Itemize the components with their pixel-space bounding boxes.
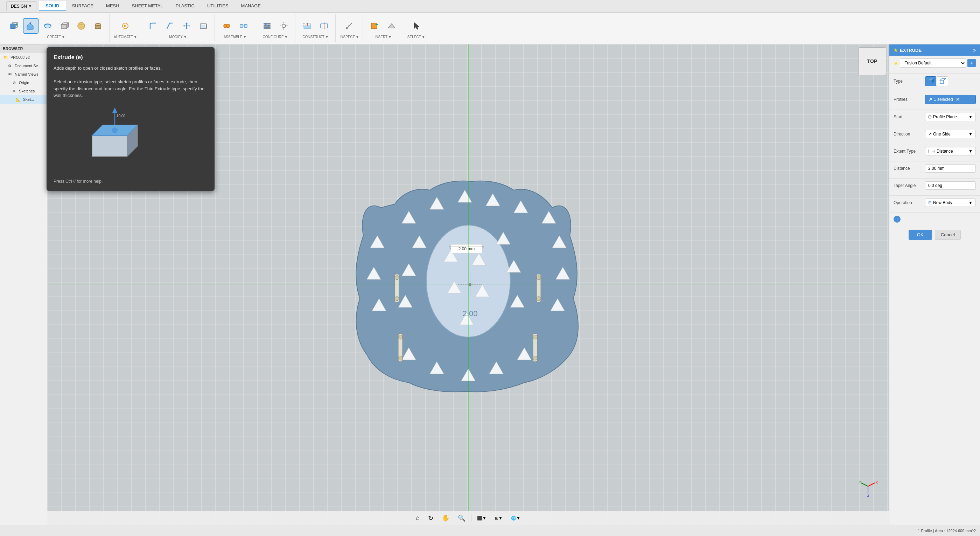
tab-manage[interactable]: MANAGE bbox=[235, 1, 267, 11]
taper-section: Taper Angle bbox=[889, 178, 980, 196]
top-view-indicator[interactable]: TOP bbox=[858, 47, 886, 75]
select-text: SELECT bbox=[407, 35, 421, 39]
tab-mesh[interactable]: MESH bbox=[100, 1, 126, 11]
tab-solid[interactable]: SOLID bbox=[39, 1, 66, 11]
automate-arrow: ▼ bbox=[134, 35, 137, 39]
insert-label[interactable]: INSERT ▼ bbox=[375, 35, 391, 39]
select-button[interactable] bbox=[409, 18, 424, 33]
add-preset-button[interactable]: + bbox=[967, 59, 976, 67]
modify-label[interactable]: MODIFY ▼ bbox=[169, 35, 187, 39]
direction-dropdown-icon: ▼ bbox=[969, 132, 973, 137]
operation-section: Operation ⊞ New Body ▼ bbox=[889, 196, 980, 213]
ok-button[interactable]: OK bbox=[908, 230, 932, 240]
tab-surface[interactable]: SURFACE bbox=[66, 1, 100, 11]
tab-sheet-metal[interactable]: SHEET METAL bbox=[126, 1, 169, 11]
cancel-button[interactable]: Cancel bbox=[935, 230, 961, 240]
inspect-label[interactable]: INSPECT ▼ bbox=[340, 35, 359, 39]
taper-input[interactable] bbox=[928, 183, 973, 188]
move-button[interactable] bbox=[179, 18, 194, 33]
panel-collapse-icon[interactable]: » bbox=[973, 47, 976, 53]
cylinder-button[interactable] bbox=[90, 18, 106, 33]
zoom-button[interactable]: 🔍 bbox=[455, 513, 468, 523]
display-settings-button[interactable]: ⬛▼ bbox=[474, 514, 489, 522]
sidebar-item-projjj[interactable]: 📁 PROJJJ v2 bbox=[0, 53, 47, 62]
configure-label[interactable]: CONFIGURE ▼ bbox=[263, 35, 288, 39]
parameters-button[interactable] bbox=[259, 18, 275, 33]
clear-profiles-button[interactable]: ✕ bbox=[955, 97, 961, 102]
automate-label[interactable]: AUTOMATE ▼ bbox=[114, 35, 137, 39]
sidebar-item-sketches[interactable]: ✏ Sketches bbox=[0, 87, 47, 95]
new-component-button[interactable] bbox=[6, 18, 22, 33]
create-text: CREATE bbox=[47, 35, 61, 39]
start-section: Start ⊟ Profile Plane ▼ bbox=[889, 110, 980, 127]
create-label[interactable]: CREATE ▼ bbox=[47, 35, 65, 39]
tool-group-configure: CONFIGURE ▼ bbox=[256, 14, 295, 42]
insert-svg-button[interactable] bbox=[367, 18, 383, 33]
select-label[interactable]: SELECT ▼ bbox=[407, 35, 425, 39]
gear-icon: ⚙ bbox=[7, 63, 13, 68]
folder-icon: 📁 bbox=[3, 55, 8, 60]
rigid-group-button[interactable] bbox=[236, 18, 251, 33]
assemble-label[interactable]: ASSEMBLE ▼ bbox=[224, 35, 247, 39]
joint-button[interactable] bbox=[219, 18, 234, 33]
svg-text:Z: Z bbox=[867, 494, 869, 497]
construct-label[interactable]: CONSTRUCT ▼ bbox=[302, 35, 329, 39]
panel-star-icon: ★ bbox=[894, 48, 898, 53]
grid-settings-button[interactable]: ⊞▼ bbox=[492, 514, 505, 522]
profiles-value[interactable]: ↗ 1 selected ✕ bbox=[925, 95, 976, 104]
toolbar: DESIGN ▼ SOLID SURFACE MESH SHEET METAL … bbox=[0, 0, 980, 45]
measure-button[interactable] bbox=[342, 18, 357, 33]
extent-type-icon: ⊢⊣ bbox=[928, 149, 935, 154]
browser-title: BROWSER bbox=[0, 45, 47, 53]
type-surface-button[interactable] bbox=[937, 76, 948, 86]
configure-arrow: ▼ bbox=[285, 35, 288, 39]
preset-star-icon: ★ bbox=[894, 60, 899, 67]
environment-button[interactable]: 🌐▼ bbox=[508, 514, 523, 522]
tab-utilities[interactable]: UTILITIES bbox=[201, 1, 235, 11]
box-button[interactable] bbox=[57, 18, 72, 33]
sidebar-item-label: Named Views bbox=[15, 72, 38, 76]
fillet-button[interactable] bbox=[145, 18, 161, 33]
distance-label: Distance bbox=[894, 166, 925, 171]
start-value[interactable]: ⊟ Profile Plane ▼ bbox=[925, 113, 976, 121]
extent-type-value[interactable]: ⊢⊣ Distance ▼ bbox=[925, 147, 976, 156]
tooltip-title: Extrude (e) bbox=[54, 54, 208, 60]
midplane-button[interactable] bbox=[317, 18, 332, 33]
pan-button[interactable]: ✋ bbox=[439, 513, 452, 523]
tab-plastic[interactable]: PLASTIC bbox=[169, 1, 201, 11]
cylinder-icon bbox=[93, 21, 103, 31]
operation-value[interactable]: ⊞ New Body ▼ bbox=[925, 199, 976, 207]
sidebar-item-origin[interactable]: ⊕ Origin bbox=[0, 78, 47, 87]
distance-input[interactable] bbox=[928, 166, 973, 171]
automate-button[interactable] bbox=[118, 18, 133, 33]
tooltip-hint: Press Ctrl+/ for more help. bbox=[54, 179, 208, 184]
extrude-button[interactable] bbox=[23, 18, 38, 33]
revolve-button[interactable] bbox=[40, 18, 55, 33]
sphere-button[interactable] bbox=[73, 18, 89, 33]
preset-dropdown[interactable]: Fusion Default bbox=[900, 59, 966, 68]
shell-button[interactable] bbox=[196, 18, 211, 33]
insert-mesh-button[interactable] bbox=[384, 18, 399, 33]
chamfer-icon bbox=[165, 21, 175, 31]
profiles-selected-text: 1 selected bbox=[934, 97, 953, 102]
distance-value[interactable] bbox=[925, 164, 976, 173]
offset-plane-button[interactable] bbox=[300, 18, 315, 33]
sidebar-item-named-views[interactable]: 👁 Named Views bbox=[0, 70, 47, 78]
design-dropdown[interactable]: DESIGN ▼ bbox=[6, 2, 37, 11]
direction-value[interactable]: ↗ One Side ▼ bbox=[925, 130, 976, 138]
svg-point-110 bbox=[112, 127, 118, 133]
config-button[interactable] bbox=[276, 18, 291, 33]
shell-icon bbox=[199, 21, 208, 31]
taper-value[interactable] bbox=[925, 181, 976, 190]
info-icon[interactable]: i bbox=[894, 216, 900, 223]
tooltip-box: Extrude (e) Adds depth to open or closed… bbox=[46, 47, 215, 191]
start-dropdown-icon: ▼ bbox=[969, 115, 973, 119]
construct-icons bbox=[300, 18, 332, 33]
svg-point-15 bbox=[95, 24, 101, 25]
type-solid-button[interactable] bbox=[925, 76, 936, 86]
orbit-button[interactable]: ↻ bbox=[425, 513, 436, 523]
sidebar-item-sketch-child[interactable]: 📐 Sket... bbox=[0, 95, 47, 103]
sidebar-item-document[interactable]: ⚙ Document Se... bbox=[0, 62, 47, 70]
chamfer-button[interactable] bbox=[162, 18, 177, 33]
home-view-button[interactable]: ⌂ bbox=[413, 513, 422, 523]
